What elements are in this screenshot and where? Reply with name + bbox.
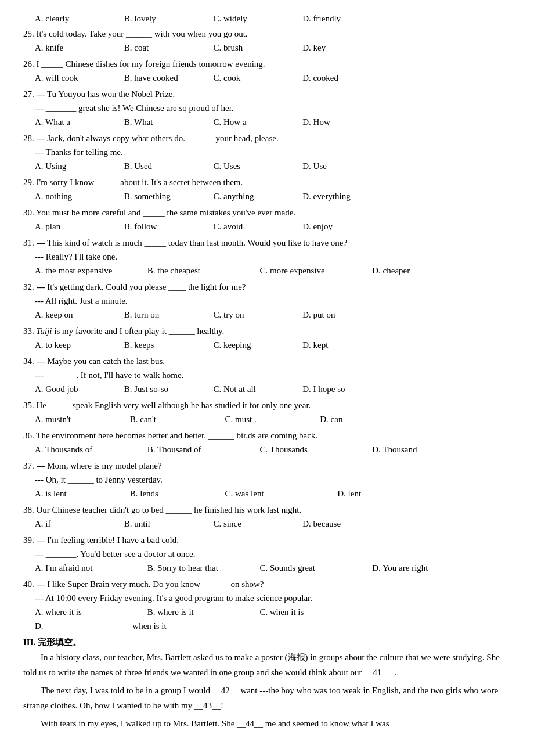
q40-text: 40. --- I like Super Brain very much. Do… xyxy=(23,577,511,591)
q27-opt-d: D. How xyxy=(302,115,372,129)
q35-opt-d: D. can xyxy=(320,412,389,426)
question-34: 34. --- Maybe you can catch the last bus… xyxy=(23,354,511,396)
q25-opt-c: C. brush xyxy=(214,41,283,55)
q31-opt-c: C. more expensive xyxy=(260,264,353,278)
q32-opt-d: D. put on xyxy=(302,308,372,322)
q36-opt-d: D. Thousand xyxy=(372,442,442,456)
q32-sub: --- All right. Just a minute. xyxy=(35,294,511,308)
q25-opt-d: D. key xyxy=(302,41,372,55)
q28-sub: --- Thanks for telling me. xyxy=(35,145,511,159)
q29-opt-d: D. everything xyxy=(302,189,372,203)
q35-text: 35. He _____ speak English very well alt… xyxy=(23,398,511,412)
q27-options: A. What a B. What C. How a D. How xyxy=(35,115,511,129)
q28-options: A. Using B. Used C. Uses D. Use xyxy=(35,159,511,173)
q29-text: 29. I'm sorry I know _____ about it. It'… xyxy=(23,175,511,189)
q35-opt-a: A. mustn't xyxy=(35,412,110,426)
q30-opt-d: D. enjoy xyxy=(302,219,372,233)
q36-opt-b: B. Thousand of xyxy=(147,442,240,456)
q32-opt-b: B. turn on xyxy=(124,308,194,322)
q35-opt-c: C. must . xyxy=(225,412,301,426)
q26-opt-b: B. have cooked xyxy=(124,71,194,85)
section-3-paragraphs: In a history class, our teacher, Mrs. Ba… xyxy=(23,650,511,732)
q34-opt-d: D. I hope so xyxy=(302,382,372,396)
q39-text: 39. --- I'm feeling terrible! I have a b… xyxy=(23,533,511,547)
q34-opt-a: A. Good job xyxy=(35,382,104,396)
q32-opt-a: A. keep on xyxy=(35,308,104,322)
q36-options: A. Thousands of B. Thousand of C. Thousa… xyxy=(35,442,511,456)
question-32: 32. --- It's getting dark. Could you ple… xyxy=(23,280,511,322)
q34-sub: --- _______. If not, I'll have to walk h… xyxy=(35,368,511,382)
q33-opt-c: C. keeping xyxy=(214,338,283,352)
q34-opt-c: C. Not at all xyxy=(214,382,283,396)
section-3-para-3: With tears in my eyes, I walked up to Mr… xyxy=(23,717,511,732)
q26-options: A. will cook B. have cooked C. cook D. c… xyxy=(35,71,511,85)
q33-opt-d: D. kept xyxy=(302,338,372,352)
q25-text: 25. It's cold today. Take your ______ wi… xyxy=(23,27,511,41)
q33-opt-b: B. keeps xyxy=(124,338,194,352)
question-25: 25. It's cold today. Take your ______ wi… xyxy=(23,27,511,55)
q37-opt-b: B. lends xyxy=(130,487,205,501)
q30-opt-a: A. plan xyxy=(35,219,104,233)
q40-opt-a: A. where it is xyxy=(35,605,128,619)
opt-d: D. friendly xyxy=(302,12,360,26)
q36-opt-c: C. Thousands xyxy=(260,442,353,456)
q38-opt-d: D. because xyxy=(302,517,372,531)
q33-opt-a: A. to keep xyxy=(35,338,104,352)
question-36: 36. The environment here becomes better … xyxy=(23,429,511,456)
q26-opt-a: A. will cook xyxy=(35,71,104,85)
q28-text: 28. --- Jack, don't always copy what oth… xyxy=(23,131,511,145)
q26-text: 26. I _____ Chinese dishes for my foreig… xyxy=(23,57,511,71)
question-35: 35. He _____ speak English very well alt… xyxy=(23,398,511,426)
q34-text: 34. --- Maybe you can catch the last bus… xyxy=(23,354,511,368)
q37-sub: --- Oh, it ______ to Jenny yesterday. xyxy=(35,473,511,487)
question-29: 29. I'm sorry I know _____ about it. It'… xyxy=(23,175,511,203)
q37-opt-c: C. was lent xyxy=(225,487,318,501)
q38-opt-c: C. since xyxy=(214,517,283,531)
q25-opt-a: A. knife xyxy=(35,41,104,55)
q30-opt-b: B. follow xyxy=(124,219,194,233)
q40-opt-d: D.. when is it xyxy=(35,619,167,633)
q39-opt-b: B. Sorry to hear that xyxy=(147,561,240,575)
question-33: 33. Taiji is my favorite and I often pla… xyxy=(23,324,511,352)
q37-opt-d: D. lent xyxy=(337,487,407,501)
q39-sub: --- _______. You'd better see a doctor a… xyxy=(35,547,511,561)
q31-options: A. the most expensive B. the cheapest C.… xyxy=(35,264,511,278)
q26-opt-d: D. cooked xyxy=(302,71,372,85)
q39-opt-c: C. Sounds great xyxy=(260,561,353,575)
q31-text: 31. --- This kind of watch is much _____… xyxy=(23,236,511,250)
q38-text: 38. Our Chinese teacher didn't go to bed… xyxy=(23,503,511,517)
q32-options: A. keep on B. turn on C. try on D. put o… xyxy=(35,308,511,322)
section-3-header: III. 完形填空。 xyxy=(23,635,511,649)
q37-opt-a: A. is lent xyxy=(35,487,110,501)
question-37: 37. --- Mom, where is my model plane? --… xyxy=(23,459,511,501)
q27-sub: --- _______ great she is! We Chinese are… xyxy=(35,101,511,115)
q36-text: 36. The environment here becomes better … xyxy=(23,429,511,442)
q31-opt-a: A. the most expensive xyxy=(35,264,128,278)
question-26: 26. I _____ Chinese dishes for my foreig… xyxy=(23,57,511,85)
q27-opt-b: B. What xyxy=(124,115,194,129)
q28-opt-c: C. Uses xyxy=(214,159,283,173)
question-30: 30. You must be more careful and _____ t… xyxy=(23,206,511,233)
q31-opt-b: B. the cheapest xyxy=(147,264,240,278)
q31-sub: --- Really? I'll take one. xyxy=(35,250,511,264)
q33-options: A. to keep B. keeps C. keeping D. kept xyxy=(35,338,511,352)
question-31: 31. --- This kind of watch is much _____… xyxy=(23,236,511,278)
q35-options: A. mustn't B. can't C. must . D. can xyxy=(35,412,511,426)
q28-opt-a: A. Using xyxy=(35,159,104,173)
q40-options: A. where it is B. where is it C. when it… xyxy=(35,605,511,633)
q25-opt-b: B. coat xyxy=(124,41,194,55)
opt-a: A. clearly xyxy=(35,12,93,26)
q34-options: A. Good job B. Just so-so C. Not at all … xyxy=(35,382,511,396)
section-3-title: III. 完形填空。 xyxy=(23,638,81,647)
question-39: 39. --- I'm feeling terrible! I have a b… xyxy=(23,533,511,575)
q25-options: A. knife B. coat C. brush D. key xyxy=(35,41,511,55)
q33-italic: Taiji xyxy=(37,326,52,336)
q33-text: 33. Taiji is my favorite and I often pla… xyxy=(23,324,511,338)
q38-opt-a: A. if xyxy=(35,517,104,531)
section-3-para-2: The next day, I was told to be in a grou… xyxy=(23,683,511,713)
question-40: 40. --- I like Super Brain very much. Do… xyxy=(23,577,511,633)
q29-opt-a: A. nothing xyxy=(35,189,104,203)
q35-opt-b: B. can't xyxy=(130,412,205,426)
q36-opt-a: A. Thousands of xyxy=(35,442,128,456)
q27-opt-a: A. What a xyxy=(35,115,104,129)
